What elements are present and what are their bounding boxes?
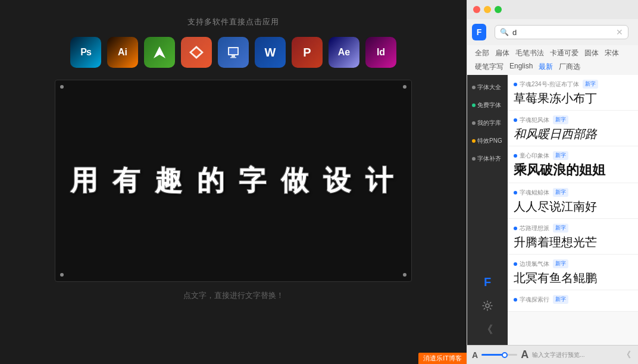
font-list-item[interactable]: 字魂犯风体 新字 和风暖日西部路	[508, 111, 638, 146]
font-size-small-label: A	[472, 350, 478, 360]
nav-dot-free	[472, 103, 476, 107]
app-icon-sketch2[interactable]	[181, 37, 212, 68]
font-preview-text: 人人尽说江南好	[514, 199, 632, 214]
app-icon-sketch[interactable]	[144, 37, 175, 68]
app-icon-id[interactable]: Id	[365, 37, 396, 68]
font-list-item[interactable]: 芯路理想派 新字 升腾着理想光芒	[508, 219, 638, 255]
app-icon-powerpoint[interactable]: P	[292, 37, 323, 68]
side-nav-effect-png[interactable]: 特效PNG	[470, 133, 505, 149]
search-input[interactable]	[512, 28, 612, 37]
search-icon: 🔍	[500, 28, 509, 36]
font-list-item[interactable]: 字魂探索行 新字	[508, 290, 638, 312]
font-item-header: 芯路理想派 新字	[514, 224, 632, 233]
font-list[interactable]: 字魂234号-煎证布丁体 新字 草莓果冻小布丁 字魂犯风体 新字 和风暖日西部路…	[508, 75, 638, 345]
font-size-large-label: A	[521, 349, 528, 361]
collapse-panel-btn[interactable]: 《	[620, 349, 633, 362]
app-icon-word[interactable]: W	[255, 37, 286, 68]
settings-btn[interactable]	[478, 296, 497, 315]
main-canvas-area: 支持多软件直接点击应用 Ps Ai	[0, 0, 467, 364]
sketch-arrow-icon	[151, 44, 168, 61]
font-dot	[514, 227, 517, 230]
svg-rect-5	[232, 55, 235, 57]
app-logo: F	[472, 24, 486, 40]
font-list-item[interactable]: 字魂鲲鲸体 新字 人人尽说江南好	[508, 183, 638, 219]
font-list-item[interactable]: 边境氯气体 新字 北冥有鱼名鲲鹏	[508, 255, 638, 290]
svg-rect-6	[230, 57, 236, 58]
filter-tag-all[interactable]: 全部	[473, 48, 491, 59]
font-badge: 新字	[553, 115, 568, 124]
app-icon-ps[interactable]: Ps	[70, 37, 101, 68]
font-preview-text: 升腾着理想光芒	[514, 235, 632, 249]
corner-handle-bl	[60, 273, 64, 277]
font-dot	[514, 118, 517, 122]
collapse-side-btn[interactable]: 《	[478, 320, 497, 339]
font-dot	[514, 83, 517, 86]
font-name-label: 芯路理想派	[520, 224, 549, 233]
canvas-main-text[interactable]: 用 有 趣 的 字 做 设 计	[70, 162, 396, 199]
font-logo-btn[interactable]: F	[478, 272, 497, 291]
nav-dot	[472, 86, 476, 89]
right-content: 字体大全 免费字体 我的字库 特效PNG 字体补齐 F	[467, 75, 638, 345]
side-nav-my-label: 我的字库	[477, 119, 501, 127]
right-panel: F 🔍 ✕ 全部 扁体 毛笔书法 卡通可爱 圆体 宋体 硬笔字写 English…	[467, 0, 638, 364]
search-bar[interactable]: 🔍 ✕	[495, 25, 628, 39]
font-item-header: 童心印象体 新字	[514, 151, 632, 160]
font-dot	[514, 154, 517, 158]
filter-tag-cartoon[interactable]: 卡通可爱	[548, 48, 580, 59]
font-item-header: 字魂探索行 新字	[514, 295, 632, 304]
bottom-hint-text: 点文字，直接进行文字替换！	[183, 290, 284, 301]
close-button[interactable]	[473, 6, 480, 13]
side-nav-all-label: 字体大全	[477, 83, 501, 92]
side-nav-my-fonts[interactable]: 我的字库	[470, 115, 505, 131]
nav-dot-supplement	[472, 157, 476, 161]
corner-handle-br	[403, 273, 406, 277]
nav-dot-my	[472, 121, 476, 125]
font-name-label: 边境氯气体	[520, 260, 549, 268]
font-list-item[interactable]: 童心印象体 新字 乘风破浪的姐姐	[508, 146, 638, 183]
svg-rect-4	[229, 48, 237, 54]
font-dot	[514, 262, 517, 266]
filter-tag-vendor[interactable]: 厂商选	[557, 61, 582, 73]
font-name-label: 童心印象体	[520, 152, 549, 160]
font-name-label: 字魂犯风体	[520, 116, 549, 124]
gear-icon	[482, 300, 493, 311]
font-item-header: 字魂鲲鲸体 新字	[514, 188, 632, 197]
side-nav-supplement-label: 字体补齐	[477, 155, 501, 163]
app-icon-keynote[interactable]	[218, 37, 249, 68]
search-clear-button[interactable]: ✕	[616, 27, 623, 37]
filter-tag-brush[interactable]: 毛笔书法	[514, 48, 546, 59]
side-nav-all-fonts[interactable]: 字体大全	[470, 80, 505, 95]
font-badge: 新字	[553, 151, 568, 160]
font-dot	[514, 191, 517, 194]
side-nav-effect-label: 特效PNG	[477, 137, 502, 145]
font-dot	[514, 298, 517, 302]
filter-tag-newest[interactable]: 最新	[537, 61, 555, 73]
app-icon-ai[interactable]: Ai	[107, 37, 138, 68]
font-badge: 新字	[583, 80, 598, 89]
filter-tag-round[interactable]: 圆体	[583, 48, 601, 59]
preview-hint-text: 输入文字进行预览...	[532, 351, 617, 359]
font-size-slider[interactable]	[481, 354, 517, 356]
font-list-item[interactable]: 字魂234号-煎证布丁体 新字 草莓果冻小布丁	[508, 75, 638, 111]
side-nav-free-fonts[interactable]: 免费字体	[470, 98, 505, 113]
font-preview-text: 草莓果冻小布丁	[514, 91, 632, 105]
side-nav-bottom: F 《	[467, 272, 508, 345]
font-badge: 新字	[553, 188, 568, 197]
side-nav-free-label: 免费字体	[477, 101, 501, 109]
filter-tag-handwriting[interactable]: 硬笔字写	[473, 61, 505, 73]
app-icon-ae[interactable]: Ae	[329, 37, 359, 68]
title-bar	[467, 0, 638, 19]
side-nav-supplement[interactable]: 字体补齐	[470, 151, 505, 167]
filter-tag-flat[interactable]: 扁体	[493, 48, 511, 59]
corner-handle-tl	[60, 85, 64, 89]
font-preview-text: 和风暖日西部路	[514, 127, 632, 141]
canvas-area[interactable]: 用 有 趣 的 字 做 设 计	[55, 80, 412, 282]
filter-tag-song[interactable]: 宋体	[603, 48, 621, 59]
maximize-button[interactable]	[495, 6, 502, 13]
minimize-button[interactable]	[484, 6, 491, 13]
slider-thumb[interactable]	[502, 352, 508, 358]
filter-tag-english[interactable]: English	[508, 61, 534, 73]
font-badge: 新字	[553, 295, 568, 304]
filter-tags-row: 全部 扁体 毛笔书法 卡通可爱 圆体 宋体 硬笔字写 English 最新 厂商…	[467, 45, 638, 75]
font-badge: 新字	[553, 224, 568, 233]
